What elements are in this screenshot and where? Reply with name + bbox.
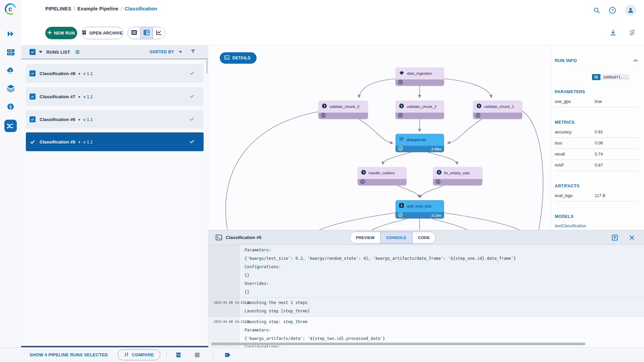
run-item-classification-6[interactable]: Classification #6 ● v 1.1 (26, 110, 204, 129)
app-root: C (0, 0, 644, 362)
search-icon[interactable] (593, 7, 600, 14)
sidebar-item-workers-queues[interactable] (6, 66, 15, 75)
plus-icon (48, 31, 52, 36)
node-runtime: 2:48m (431, 147, 441, 151)
double-chevron-icon (7, 30, 15, 38)
breadcrumb-example-pipeline[interactable]: Example Pipeline (77, 6, 118, 11)
run-id-value[interactable]: bd00a0f1... (600, 74, 630, 80)
new-run-button[interactable]: NEW RUN (45, 27, 77, 39)
expand-panel-icon[interactable] (612, 235, 618, 241)
brain-icon (6, 103, 15, 111)
filter-icon[interactable] (191, 49, 196, 55)
node-validate-chunk-2[interactable]: validate_chunk_2 (395, 101, 444, 119)
log-line: {} (245, 288, 644, 296)
user-avatar[interactable] (625, 5, 636, 16)
split-view-icon (144, 30, 150, 37)
sidebar-item-projects[interactable] (6, 29, 15, 38)
completed-check-icon (189, 138, 195, 145)
view-toggle-group (127, 27, 165, 39)
stop-icon-disabled (195, 353, 200, 357)
tag-icon[interactable] (225, 352, 231, 358)
artifact-row: eval_logs 117 B (555, 190, 638, 201)
sidebar-item-pipelines[interactable] (4, 120, 17, 132)
completed-check-icon (189, 93, 195, 100)
divider (213, 351, 213, 359)
node-validate-chunk-1[interactable]: validate_chunk_1 (473, 101, 522, 119)
node-handle-outliers[interactable]: handle_outliers (358, 167, 407, 185)
node-validate-chunk-3[interactable]: validate_chunk_3 (318, 101, 368, 119)
compare-button[interactable]: COMPARE (118, 349, 160, 360)
log-line: Launching step [step_three] (245, 307, 644, 315)
open-archive-button[interactable]: OPEN ARCHIVE (82, 27, 123, 39)
models-section-title: MODELS (555, 214, 638, 219)
log-timestamp (208, 245, 240, 297)
run-id-row: ID bd00a0f1... (555, 74, 630, 80)
node-runtime: 3:19m (431, 214, 441, 218)
queued-status-icon (398, 113, 403, 119)
completed-status-icon (398, 146, 403, 152)
console-horizontal-scrollbar[interactable] (211, 343, 585, 345)
node-fix-empty-vals[interactable]: fix_empty_vals (433, 167, 482, 185)
run-item-classification-7[interactable]: Classification #7 ● v 1.1 (26, 87, 204, 106)
run-checkbox[interactable] (30, 94, 36, 100)
run-checkbox[interactable] (30, 116, 36, 122)
archive-icon (82, 30, 87, 36)
node-split-train-test[interactable]: λ split_train_test 3:19m (395, 200, 444, 219)
console-tabs: PREVIEW CONSOLE CODE (350, 232, 436, 244)
tab-preview[interactable]: PREVIEW (350, 232, 380, 243)
run-item-classification-5[interactable]: Classification #5 ● v 1.1 (26, 132, 204, 151)
svg-text:λ: λ (400, 204, 402, 207)
chevron-up-icon[interactable] (633, 57, 638, 63)
close-icon[interactable] (629, 235, 635, 240)
breadcrumb-classification[interactable]: Classification (125, 6, 157, 11)
log-line: {'kwargs/test_size': 0.2, 'kwargs/random… (245, 254, 644, 263)
node-deduplicate[interactable]: deduplicate 2:48m (395, 134, 444, 152)
bullet-separator: ● (78, 95, 80, 99)
sidebar-item-models[interactable] (6, 102, 15, 111)
cloud-gear-icon (6, 67, 15, 75)
breadcrumb-pipelines[interactable]: PIPELINES (45, 6, 71, 11)
column-settings-icon[interactable] (75, 49, 80, 55)
metric-row: accuracy 0.91 (555, 127, 638, 138)
log-line: {'kwargs_artifacts/data': '${step_two.id… (245, 335, 644, 343)
bullet-separator: ● (78, 118, 80, 121)
log-line: Launching the next 1 steps (245, 299, 644, 307)
run-info-title: RUN INFO (555, 58, 577, 63)
sidebar-item-datasets[interactable] (6, 48, 15, 57)
table-view-button[interactable] (128, 27, 140, 39)
svg-text:?: ? (611, 8, 614, 12)
selected-runs-status[interactable]: SHOW 4 PIPELINE RUNS SELECTED (30, 352, 108, 357)
bullet-separator: ● (78, 72, 80, 75)
archive-icon[interactable] (175, 352, 181, 358)
parameter-row: use_gpu true (555, 96, 638, 107)
sorted-by-control[interactable]: SORTED BY (150, 50, 182, 54)
model-link[interactable]: textClassification (555, 224, 638, 228)
clearml-logo[interactable]: C (4, 3, 17, 15)
id-badge: ID (592, 74, 601, 80)
download-icon[interactable] (610, 29, 616, 36)
play-circle-icon (322, 104, 327, 110)
auto-refresh-icon[interactable] (629, 29, 636, 36)
play-circle-icon (437, 170, 441, 176)
log-group: 2025-01-08 14:24:38 Launching the next 1… (208, 297, 644, 316)
sidebar-item-hyper-datasets[interactable] (6, 83, 15, 93)
select-menu-caret[interactable] (39, 51, 42, 53)
run-checkbox[interactable] (30, 70, 36, 76)
selected-check-icon[interactable] (30, 139, 36, 145)
queued-status-icon (321, 113, 326, 119)
log-line: {} (245, 271, 644, 280)
run-item-classification-8[interactable]: Classification #8 ● v 1.1 (26, 64, 204, 83)
server-icon (7, 49, 15, 56)
footer-bar: SHOW 4 PIPELINE RUNS SELECTED COMPARE (0, 347, 644, 362)
split-view-button[interactable] (140, 27, 153, 39)
help-icon[interactable]: ? (609, 7, 616, 14)
chart-view-button[interactable] (153, 27, 165, 39)
select-all-checkbox[interactable] (30, 49, 36, 55)
details-button[interactable]: DETAILS (220, 52, 257, 64)
lambda-icon: λ (399, 203, 404, 209)
node-data-ingestion[interactable]: data_ingestion (395, 67, 444, 86)
tab-code[interactable]: CODE (412, 232, 436, 243)
completed-status-icon (398, 213, 403, 219)
runs-scrollbar[interactable] (206, 60, 208, 73)
tab-console[interactable]: CONSOLE (380, 232, 412, 243)
